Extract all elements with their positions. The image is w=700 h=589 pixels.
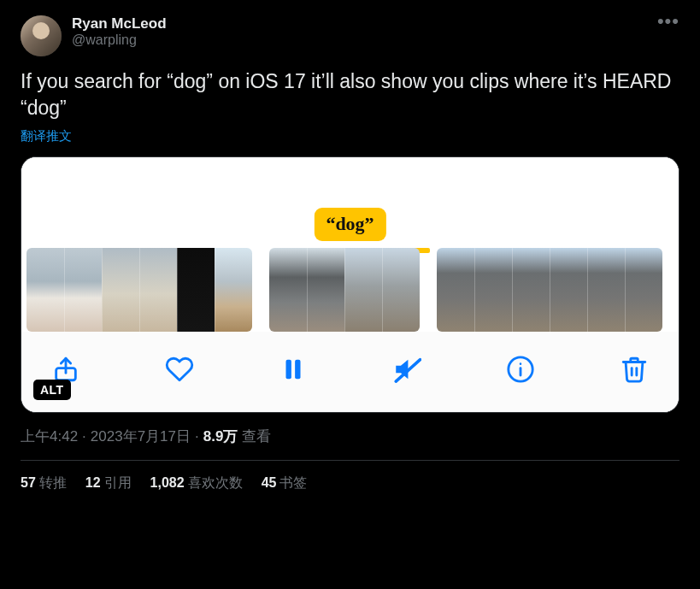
stat-label: 引用 xyxy=(104,475,132,490)
media-top: “dog” xyxy=(21,157,679,248)
clip-thumb[interactable] xyxy=(437,248,474,332)
stat-label: 书签 xyxy=(279,475,307,490)
post-time[interactable]: 上午4:42 xyxy=(21,427,78,446)
clip-thumb[interactable] xyxy=(382,248,420,332)
display-name[interactable]: Ryan McLeod xyxy=(72,15,657,32)
alt-badge[interactable]: ALT xyxy=(33,380,71,400)
views-value: 8.9万 xyxy=(203,427,238,446)
media-card[interactable]: “dog” xyxy=(21,156,679,413)
clip-thumb[interactable] xyxy=(26,248,64,332)
tweet-header: Ryan McLeod @warpling ••• xyxy=(21,15,679,56)
stat-label: 喜欢次数 xyxy=(188,475,243,490)
search-chip: “dog” xyxy=(314,208,385,241)
author-column: Ryan McLeod @warpling xyxy=(72,15,657,48)
stat-value: 12 xyxy=(85,475,101,490)
tweet-body: If you search for “dog” on iOS 17 it’ll … xyxy=(21,68,679,492)
clip-thumb[interactable] xyxy=(550,248,587,332)
clip-thumb[interactable] xyxy=(269,248,307,332)
stat-value: 1,082 xyxy=(150,475,185,490)
meta-row: 上午4:42 · 2023年7月17日 · 8.9万 查看 xyxy=(21,427,679,446)
clip-thumb[interactable] xyxy=(177,248,215,332)
translate-link[interactable]: 翻译推文 xyxy=(21,128,72,144)
clip-thumb[interactable] xyxy=(64,248,102,332)
clip-thumb[interactable] xyxy=(307,248,344,332)
more-icon[interactable]: ••• xyxy=(657,15,679,26)
clip-group[interactable] xyxy=(437,248,662,332)
svg-point-6 xyxy=(520,362,522,365)
clip-group[interactable] xyxy=(269,248,420,332)
stat-label: 转推 xyxy=(39,475,67,490)
avatar[interactable] xyxy=(21,15,62,56)
clip-thumb[interactable] xyxy=(587,248,625,332)
info-icon[interactable] xyxy=(502,350,539,388)
quotes-stat[interactable]: 12引用 xyxy=(85,474,132,492)
clip-thumb[interactable] xyxy=(474,248,512,332)
pause-icon[interactable] xyxy=(274,350,312,388)
clip-thumb[interactable] xyxy=(139,248,177,332)
stats-row: 57转推 12引用 1,082喜欢次数 45书签 xyxy=(21,461,679,492)
clip-thumb[interactable] xyxy=(215,248,252,332)
video-toolbar xyxy=(21,332,679,412)
mute-icon[interactable] xyxy=(388,350,426,388)
stat-value: 57 xyxy=(21,475,36,490)
trash-icon[interactable] xyxy=(615,350,653,388)
likes-stat[interactable]: 1,082喜欢次数 xyxy=(150,474,243,492)
clip-thumb[interactable] xyxy=(512,248,550,332)
retweets-stat[interactable]: 57转推 xyxy=(21,474,67,492)
clip-thumb[interactable] xyxy=(102,248,139,332)
heart-icon[interactable] xyxy=(161,350,198,388)
dot-separator: · xyxy=(195,428,199,445)
svg-rect-1 xyxy=(286,360,291,380)
clip-thumb[interactable] xyxy=(625,248,662,332)
dot-separator: · xyxy=(82,428,86,445)
svg-rect-2 xyxy=(295,360,300,380)
bookmarks-stat[interactable]: 45书签 xyxy=(262,474,308,492)
timeline-strip[interactable] xyxy=(21,248,679,332)
post-date[interactable]: 2023年7月17日 xyxy=(91,427,191,446)
clip-thumb[interactable] xyxy=(344,248,382,332)
tweet-container: Ryan McLeod @warpling ••• If you search … xyxy=(7,5,693,492)
tweet-text: If you search for “dog” on iOS 17 it’ll … xyxy=(21,68,679,121)
stat-value: 45 xyxy=(262,475,277,490)
views-label: 查看 xyxy=(242,427,271,446)
handle[interactable]: @warpling xyxy=(72,32,657,48)
clip-group[interactable] xyxy=(26,248,252,332)
